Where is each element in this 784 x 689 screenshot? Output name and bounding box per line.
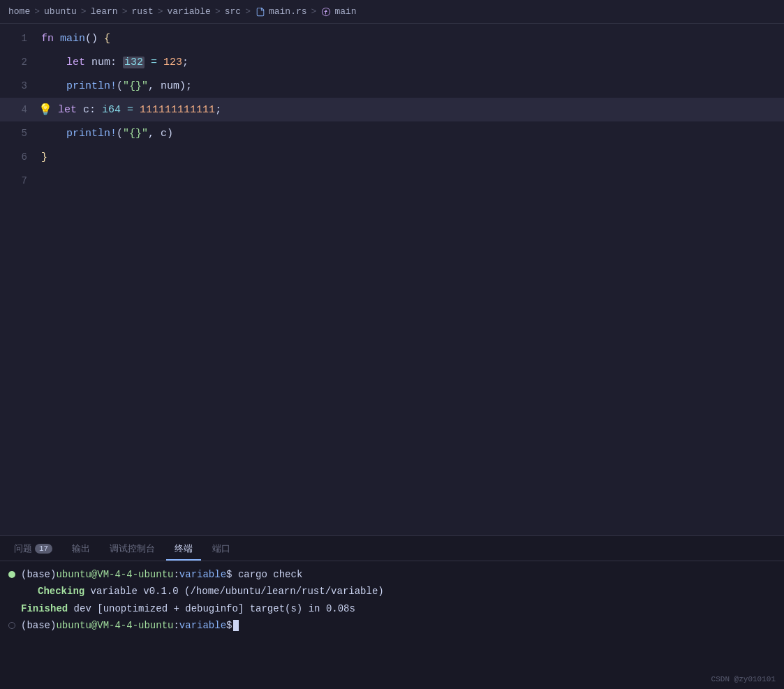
terminal-dot-empty (8, 622, 15, 629)
editor[interactable]: 1 fn main() { 2 let num: i32 = 123; 3 pr… (0, 24, 784, 535)
line-content-3: println!("{}", num); (38, 80, 192, 92)
line-content-6: } (38, 151, 47, 163)
terminal-line-3: Finished dev [unoptimized + debuginfo] t… (8, 601, 776, 616)
problems-badge: 17 (35, 544, 52, 554)
terminal-cursor (233, 620, 239, 631)
panel-tabs: 问题 17 输出 调试控制台 终端 端口 (0, 536, 784, 561)
breadcrumb-src[interactable]: src (225, 6, 241, 17)
tab-output[interactable]: 输出 (64, 536, 98, 561)
tab-terminal[interactable]: 终端 (166, 536, 201, 561)
terminal-dot-green (8, 571, 15, 578)
line-content-4: let c: i64 = 111111111111; (38, 104, 221, 116)
line-number-1: 1 (0, 33, 38, 44)
line-number-2: 2 (0, 57, 38, 68)
breadcrumb-file[interactable]: main.rs (269, 6, 307, 17)
code-line-3: 3 println!("{}", num); (0, 74, 784, 98)
watermark: CSDN @zy010101 (711, 675, 776, 683)
code-line-2: 2 let num: i32 = 123; (0, 50, 784, 74)
breadcrumb-sep-2: > (81, 6, 87, 17)
breadcrumb-sep-7: > (311, 6, 317, 17)
code-area: 1 fn main() { 2 let num: i32 = 123; 3 pr… (0, 24, 784, 193)
breadcrumb-variable[interactable]: variable (168, 6, 211, 17)
line-number-6: 6 (0, 151, 38, 163)
terminal-line-2: Checking variable v0.1.0 (/home/ubuntu/l… (8, 584, 776, 599)
line-number-3: 3 (0, 80, 38, 91)
code-line-1: 1 fn main() { (0, 27, 784, 50)
tab-ports[interactable]: 端口 (204, 536, 239, 561)
file-icon (255, 6, 266, 17)
breadcrumb-sep-5: > (215, 6, 221, 17)
line-content-2: let num: i32 = 123; (38, 57, 188, 68)
breadcrumb-func[interactable]: main (334, 6, 356, 17)
code-line-7: 7 (0, 169, 784, 193)
breadcrumb-sep-6: > (245, 6, 251, 17)
breadcrumb-ubuntu[interactable]: ubuntu (44, 6, 77, 17)
breadcrumb-sep-3: > (122, 6, 128, 17)
line-number-7: 7 (0, 175, 38, 186)
code-line-5: 5 println!("{}", c) (0, 121, 784, 145)
code-line-4: 4 💡 let c: i64 = 111111111111; (0, 98, 784, 121)
breadcrumb-sep-1: > (34, 6, 40, 17)
tab-problems[interactable]: 问题 17 (6, 536, 61, 561)
code-line-6: 6 } (0, 145, 784, 169)
tab-debug-console[interactable]: 调试控制台 (101, 536, 163, 561)
breadcrumb-sep-4: > (158, 6, 163, 17)
line-content-5: println!("{}", c) (38, 128, 173, 140)
breadcrumb-home[interactable]: home (8, 6, 30, 17)
line-number-5: 5 (0, 128, 38, 139)
hint-bulb-icon: 💡 (38, 103, 52, 117)
breadcrumb-learn[interactable]: learn (91, 6, 118, 17)
func-icon (320, 6, 332, 17)
breadcrumb: home > ubuntu > learn > rust > variable … (0, 0, 784, 24)
terminal-line-1: (base) ubuntu@VM-4-4-ubuntu : variable $… (8, 567, 776, 582)
line-number-4: 4 (0, 104, 38, 115)
breadcrumb-rust[interactable]: rust (131, 6, 153, 17)
terminal-line-4: (base) ubuntu@VM-4-4-ubuntu : variable $ (8, 618, 776, 633)
terminal-content[interactable]: (base) ubuntu@VM-4-4-ubuntu : variable $… (0, 561, 784, 689)
line-content-1: fn main() { (38, 33, 110, 45)
terminal-panel: 问题 17 输出 调试控制台 终端 端口 (base) ubuntu@VM-4-… (0, 535, 784, 689)
